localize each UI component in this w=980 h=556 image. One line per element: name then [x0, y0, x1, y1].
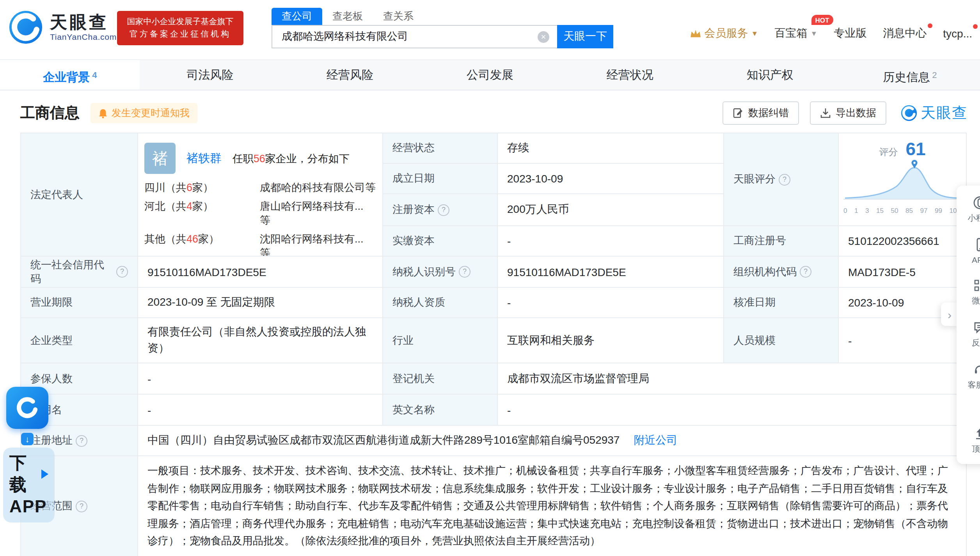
rail-collapse-handle[interactable] — [941, 303, 958, 326]
tianyancha-watermark: 天眼查 — [900, 103, 968, 123]
edit-document-icon — [733, 108, 744, 119]
label-registered-capital: 注册资本 — [383, 194, 498, 226]
value-operating-status: 存续 — [498, 133, 724, 164]
tab-operating-status[interactable]: 经营状况 — [560, 60, 700, 90]
rail-customer-service[interactable]: 客服中 — [962, 362, 980, 391]
download-app-label[interactable]: 下载 APP — [3, 448, 55, 522]
help-icon[interactable] — [76, 501, 87, 512]
region-count: 河北（共4家） — [144, 200, 260, 228]
label-approval-date: 核准日期 — [724, 288, 839, 318]
score-caption: 评分 — [879, 146, 898, 159]
tab-intellectual-property[interactable]: 知识产权 — [700, 60, 840, 90]
tab-count: 4 — [92, 70, 97, 80]
menu-vip-services[interactable]: 会员服务 — [690, 27, 758, 41]
rail-miniprogram[interactable]: 小程序 — [962, 195, 980, 224]
region-count: 四川（共6家） — [144, 181, 260, 195]
label-legal-representative: 法定代表人 — [21, 133, 138, 257]
label-tianyan-score: 天眼评分 — [724, 133, 839, 226]
tab-company-development[interactable]: 公司发展 — [420, 60, 560, 90]
help-icon[interactable] — [76, 435, 87, 446]
data-correction-button[interactable]: 数据纠错 — [723, 101, 799, 125]
legal-rep-name-link[interactable]: 褚轶群 — [186, 151, 222, 164]
company-section-tabs: 企业背景4 司法风险 经营风险 公司发展 经营状况 知识产权 历史信息2 — [0, 59, 980, 90]
legal-representative-cell: 褚 褚轶群 任职56家企业，分布如下 四川（共6家） 成都哈的科技有限公司等 河… — [138, 133, 383, 257]
region-company-link[interactable]: 成都哈的科技有限公司等 — [260, 181, 376, 195]
page: 天眼查 TianYanCha.com 国家中小企业发展子基金旗下 官方备案企业征… — [0, 0, 980, 556]
hot-badge: HOT — [811, 15, 833, 25]
search-input[interactable] — [280, 30, 538, 43]
app-download-widget[interactable]: 下载 APP — [3, 387, 69, 522]
value-insured-count: - — [138, 363, 383, 395]
play-triangle-icon — [41, 469, 48, 479]
rail-label: 小程序 — [968, 213, 980, 224]
value-industry: 互联网和相关服务 — [498, 318, 724, 363]
rail-back-to-top[interactable]: 顶部 — [962, 426, 980, 455]
value-registered-capital: 200万人民币 — [498, 194, 724, 226]
search-tabs: 查公司 查老板 查关系 — [272, 8, 613, 25]
notify-on-change-button[interactable]: 发生变更时通知我 — [91, 103, 197, 123]
rail-label: 反馈 — [972, 338, 980, 349]
nearby-companies-link[interactable]: 附近公司 — [634, 434, 677, 448]
search-button[interactable]: 天眼一下 — [557, 25, 613, 48]
tab-history-info[interactable]: 历史信息2 — [840, 60, 980, 90]
search-area: 查公司 查老板 查关系 天眼一下 — [272, 8, 613, 48]
address-text: 中国（四川）自由贸易试验区成都市双流区西航港街道成新大件路289号1016室邮箱… — [147, 434, 620, 448]
value-registered-address: 中国（四川）自由贸易试验区成都市双流区西航港街道成新大件路289号1016室邮箱… — [138, 426, 967, 456]
menu-pro-version[interactable]: 专业版 — [834, 27, 866, 41]
label-company-type: 企业类型 — [21, 318, 138, 363]
tianyancha-eye-icon — [8, 9, 44, 45]
label-credit-code: 统一社会信用代码 — [21, 257, 138, 288]
label-business-term: 营业期限 — [21, 288, 138, 318]
tab-judicial-risk[interactable]: 司法风险 — [140, 60, 280, 90]
avatar[interactable]: 褚 — [144, 143, 176, 174]
right-utility-rail: 小程序 APP 微信 反馈 — [957, 186, 980, 464]
export-data-label: 导出数据 — [836, 106, 876, 120]
app-icon[interactable] — [6, 387, 48, 429]
search-tab-relation[interactable]: 查关系 — [373, 8, 424, 25]
tab-label: 经营状况 — [607, 68, 653, 81]
value-former-name: - — [138, 395, 383, 426]
menu-toolbox-label: 百宝箱 — [774, 27, 807, 41]
label-taxpayer-quality: 纳税人资质 — [383, 288, 498, 318]
region-company-link[interactable]: 唐山哈行网络科技有... 等 — [260, 200, 376, 228]
help-icon[interactable] — [779, 174, 790, 185]
tab-label: 企业背景 — [43, 70, 90, 83]
menu-user-label: tycp... — [943, 27, 972, 40]
region-company-link[interactable]: 沈阳哈行网络科技有... 等 — [260, 232, 376, 257]
help-icon[interactable] — [800, 266, 811, 278]
help-icon[interactable] — [438, 204, 449, 216]
tab-company-background[interactable]: 企业背景4 — [0, 60, 140, 90]
help-icon[interactable] — [116, 266, 128, 278]
tianyancha-eye-icon — [14, 395, 41, 421]
data-correction-label: 数据纠错 — [748, 106, 789, 120]
bell-icon — [98, 108, 108, 118]
rail-label: 客服中 — [968, 380, 980, 391]
export-data-button[interactable]: 导出数据 — [810, 101, 886, 125]
search-tab-company[interactable]: 查公司 — [272, 8, 322, 25]
menu-message-center[interactable]: 消息中心 — [883, 27, 927, 41]
tab-label: 经营风险 — [327, 68, 373, 81]
search-tab-boss[interactable]: 查老板 — [322, 8, 373, 25]
tab-operation-risk[interactable]: 经营风险 — [280, 60, 420, 90]
rail-label: 微信 — [972, 296, 980, 306]
tab-label: 历史信息 — [883, 70, 930, 83]
value-english-name: - — [498, 395, 967, 426]
rail-wechat[interactable]: 微信 — [962, 278, 980, 306]
business-info-header: 工商信息 发生变更时通知我 数据纠错 导出数据 — [20, 100, 968, 126]
menu-toolbox[interactable]: HOT 百宝箱 — [774, 27, 817, 41]
help-icon[interactable] — [459, 266, 470, 278]
rail-app[interactable]: APP — [962, 237, 980, 264]
tab-label: 公司发展 — [467, 68, 513, 81]
menu-user-account[interactable]: tycp... — [943, 27, 972, 40]
tianyancha-eye-icon — [900, 104, 918, 122]
gov-certification-badge: 国家中小企业发展子基金旗下 官方备案企业征信机构 — [117, 11, 243, 45]
tianyancha-logo[interactable]: 天眼查 TianYanCha.com — [8, 9, 117, 45]
clear-search-icon[interactable] — [538, 31, 549, 42]
rail-feedback[interactable]: 反馈 — [962, 320, 980, 349]
value-business-term: 2023-10-09 至 无固定期限 — [138, 288, 383, 318]
rail-label: APP — [972, 255, 980, 264]
tianyan-score-cell[interactable]: 评分 61 0131550859799100 — [839, 133, 967, 226]
search-input-wrap — [272, 25, 557, 48]
legal-rep-region-row: 其他（共46家） 沈阳哈行网络科技有... 等 — [144, 232, 376, 257]
value-credit-code: 91510116MAD173DE5E — [138, 257, 383, 288]
